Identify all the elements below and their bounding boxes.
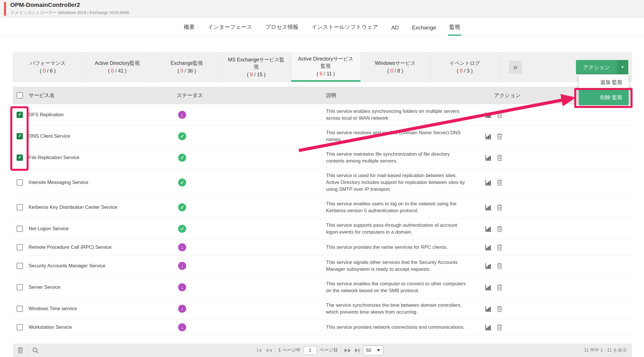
service-description: This service maintains file synchronizat… bbox=[326, 151, 469, 165]
monitor-tab[interactable]: Exchange監視 ( 0 / 36 ) bbox=[152, 53, 222, 82]
caret-down-icon[interactable]: ▼ bbox=[617, 60, 628, 74]
table-row: DNS Client Service This service resolves… bbox=[13, 126, 632, 147]
action-button-label: アクション bbox=[576, 60, 617, 74]
monitor-tab-bar: パフォーマンス ( 0 / 6 ) Active Directory監視 ( 0… bbox=[13, 52, 632, 82]
service-description: This service provides network connection… bbox=[326, 324, 469, 331]
monitor-tab[interactable]: Active Directory監視 ( 0 / 41 ) bbox=[83, 53, 152, 82]
action-menu-item[interactable]: 削除 監視 bbox=[579, 89, 629, 105]
monitor-tab-count: ( 0 / 3 ) bbox=[457, 67, 472, 75]
action-menu-item[interactable]: 追加 監視 bbox=[579, 75, 629, 89]
trash-icon[interactable] bbox=[496, 262, 503, 269]
service-description: This service is used for mail-based repl… bbox=[326, 172, 469, 193]
trash-icon[interactable] bbox=[496, 179, 503, 186]
chart-icon[interactable] bbox=[485, 204, 492, 211]
nav-tab[interactable]: AD bbox=[390, 25, 400, 36]
monitor-tab[interactable]: イベントログ ( 0 / 3 ) bbox=[430, 53, 500, 82]
row-checkbox[interactable] bbox=[17, 112, 23, 118]
nav-tab[interactable]: 概要 bbox=[183, 23, 196, 36]
service-name: Server Service bbox=[29, 284, 164, 290]
nav-tab[interactable]: プロセス情報 bbox=[264, 23, 300, 36]
service-description: This service resolves and caches (Domain… bbox=[326, 129, 469, 143]
trash-icon[interactable] bbox=[496, 204, 503, 211]
trash-icon[interactable] bbox=[17, 347, 24, 354]
nav-tab-label: AD bbox=[391, 25, 399, 31]
trash-icon[interactable] bbox=[496, 225, 503, 232]
next-page-icon[interactable] bbox=[344, 348, 351, 353]
severity-bar bbox=[4, 2, 6, 16]
chart-icon[interactable] bbox=[485, 225, 492, 232]
nav-tab[interactable]: Exchange bbox=[411, 25, 438, 36]
row-checkbox[interactable] bbox=[17, 226, 23, 232]
row-checkbox[interactable] bbox=[17, 263, 23, 269]
last-page-icon[interactable] bbox=[354, 348, 360, 353]
page-size-select[interactable]: 50 bbox=[363, 346, 383, 355]
status-icon bbox=[178, 154, 186, 162]
table-body: DFS Replication This service enables syn… bbox=[13, 104, 632, 335]
records-summary: 11 件中 1 - 11 を表示 bbox=[584, 344, 627, 357]
nav-tab-label: 監視 bbox=[449, 24, 460, 30]
row-checkbox[interactable] bbox=[17, 155, 23, 161]
prev-page-icon[interactable] bbox=[265, 348, 272, 353]
action-button[interactable]: アクション ▼ bbox=[576, 60, 628, 74]
table-row: Workstation Service This service provide… bbox=[13, 320, 632, 335]
chart-icon[interactable] bbox=[485, 324, 492, 331]
table-footer: 1 ページ中 ページ目 50 11 件中 1 - 11 を表示 bbox=[13, 344, 632, 357]
service-description: This service supports pass-through authe… bbox=[326, 222, 469, 236]
nav-tab-label: インターフェース bbox=[208, 24, 252, 30]
status-icon bbox=[178, 243, 186, 251]
page-number-input[interactable] bbox=[303, 346, 317, 355]
monitor-tab-count: ( 0 / 6 ) bbox=[40, 67, 55, 75]
chart-icon[interactable] bbox=[485, 154, 492, 161]
more-tabs-button[interactable]: » bbox=[509, 61, 522, 74]
nav-tab-label: プロセス情報 bbox=[265, 24, 299, 30]
chart-icon[interactable] bbox=[485, 305, 492, 312]
action-menu: 追加 監視削除 監視 bbox=[579, 75, 629, 105]
trash-icon[interactable] bbox=[496, 111, 503, 118]
monitor-tab-count: ( 0 / 41 ) bbox=[108, 67, 126, 75]
service-name: Intersite Messaging Service bbox=[29, 180, 164, 185]
nav-tab-label: 概要 bbox=[184, 24, 195, 30]
row-checkbox[interactable] bbox=[17, 324, 23, 330]
row-checkbox[interactable] bbox=[17, 204, 23, 210]
row-checkbox[interactable] bbox=[17, 179, 23, 186]
row-checkbox[interactable] bbox=[17, 284, 23, 290]
service-name: Security Accounts Manager Service bbox=[29, 263, 164, 269]
chart-icon[interactable] bbox=[485, 133, 492, 140]
trash-icon[interactable] bbox=[496, 324, 503, 331]
status-icon bbox=[178, 323, 186, 331]
monitor-tab[interactable]: MS Exchangeサービス監視 ( 9 / 15 ) bbox=[222, 53, 291, 82]
service-name: DFS Replication bbox=[29, 112, 164, 118]
service-description: This service enables synchronizing folde… bbox=[326, 108, 469, 122]
search-icon[interactable] bbox=[32, 347, 39, 354]
table-row: Windows Time service The service synchro… bbox=[13, 298, 632, 320]
chart-icon[interactable] bbox=[485, 244, 492, 251]
trash-icon[interactable] bbox=[496, 284, 503, 291]
page-suffix-label: ページ目 bbox=[319, 347, 338, 353]
trash-icon[interactable] bbox=[496, 154, 503, 161]
row-checkbox[interactable] bbox=[17, 244, 23, 250]
select-all-checkbox[interactable] bbox=[17, 92, 23, 99]
trash-icon[interactable] bbox=[496, 244, 503, 251]
nav-tab[interactable]: 監視 bbox=[448, 23, 461, 36]
nav-tab[interactable]: インストールソフトウェア bbox=[310, 23, 379, 36]
row-checkbox[interactable] bbox=[17, 306, 23, 312]
chart-icon[interactable] bbox=[485, 179, 492, 186]
chart-icon[interactable] bbox=[485, 262, 492, 269]
trash-icon[interactable] bbox=[496, 305, 503, 312]
nav-tab[interactable]: インターフェース bbox=[207, 23, 253, 36]
trash-icon[interactable] bbox=[496, 133, 503, 140]
chart-icon[interactable] bbox=[485, 284, 492, 291]
chart-icon[interactable] bbox=[485, 111, 492, 118]
column-description: 説明 bbox=[326, 92, 483, 99]
page-total-label: 1 ページ中 bbox=[278, 347, 301, 353]
first-page-icon[interactable] bbox=[256, 348, 262, 353]
service-description: This service enables users to log on to … bbox=[326, 200, 469, 214]
monitor-tab[interactable]: パフォーマンス ( 0 / 6 ) bbox=[13, 53, 83, 82]
service-name: Net Logon Service bbox=[29, 226, 164, 232]
page-header: OPM-DomainController2 ドメインコントローラー |Windo… bbox=[0, 0, 644, 18]
row-checkbox[interactable] bbox=[17, 133, 23, 139]
status-icon bbox=[178, 203, 186, 211]
monitor-tab[interactable]: Windowsサービス ( 0 / 8 ) bbox=[361, 53, 430, 82]
monitor-tab[interactable]: Active Directoryサービス監視 ( 6 / 11 ) bbox=[291, 53, 361, 82]
table-row: Net Logon Service This service supports … bbox=[13, 218, 632, 240]
